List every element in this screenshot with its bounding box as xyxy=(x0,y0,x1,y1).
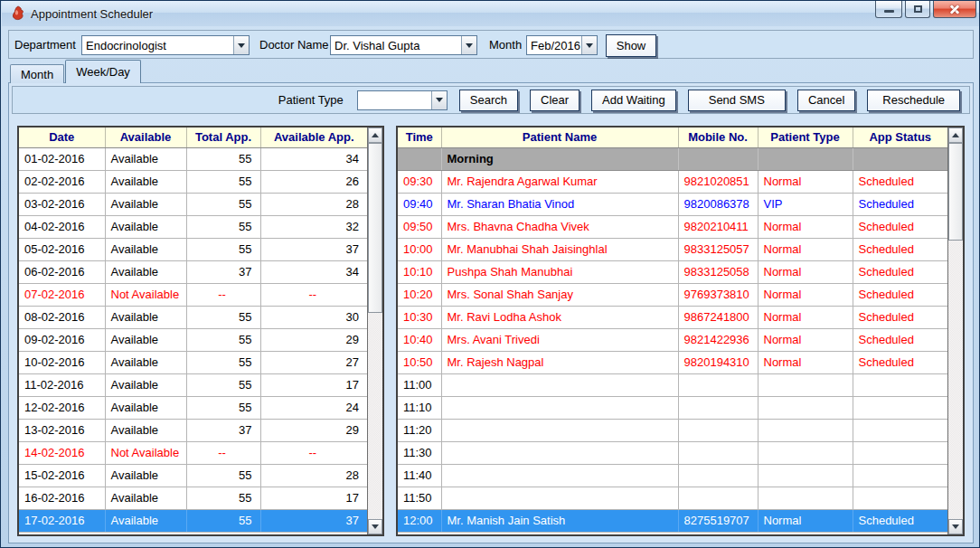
column-header-available[interactable]: Available xyxy=(105,128,186,147)
search-button[interactable]: Search xyxy=(459,90,518,111)
cell-mobile: 9820194310 xyxy=(678,351,758,373)
cell-mobile xyxy=(678,373,758,396)
chevron-down-icon[interactable] xyxy=(431,91,447,109)
table-row[interactable]: 10:30Mr. Ravi Lodha Ashok9867241800Norma… xyxy=(398,306,947,328)
appointments-scrollbar[interactable] xyxy=(947,128,963,534)
table-row[interactable]: 05-02-2016Available5537 xyxy=(19,238,367,260)
column-header-total-app[interactable]: Total App. xyxy=(186,128,260,147)
table-row[interactable]: 10:20Mrs. Sonal Shah Sanjay9769373810Nor… xyxy=(398,283,947,306)
table-row[interactable]: 03-02-2016Available5528 xyxy=(19,193,367,215)
scroll-up-icon[interactable] xyxy=(948,128,963,143)
department-combobox[interactable]: Endocrinologist xyxy=(81,35,250,55)
table-row[interactable]: 10-02-2016Available5527 xyxy=(19,351,367,373)
table-row[interactable]: 10:00Mr. Manubhai Shah Jaisinghlal983312… xyxy=(398,238,947,260)
column-header-time[interactable]: Time xyxy=(398,128,441,147)
tab-week-day[interactable]: Week/Day xyxy=(65,60,141,83)
cell-name: Mr. Rajendra Agarwal Kumar xyxy=(441,170,678,193)
table-row[interactable]: 04-02-2016Available5532 xyxy=(19,215,367,238)
table-row[interactable]: 09:40Mr. Sharan Bhatia Vinod9820086378VI… xyxy=(398,193,947,215)
column-header-patient-name[interactable]: Patient Name xyxy=(441,128,678,147)
column-header-date[interactable]: Date xyxy=(19,128,105,147)
availability-scrollbar[interactable] xyxy=(367,128,382,534)
table-row[interactable]: 06-02-2016Available3734 xyxy=(19,260,367,283)
table-row[interactable]: 08-02-2016Available5530 xyxy=(19,306,367,328)
table-row[interactable]: 11:30 xyxy=(398,441,947,464)
table-row[interactable]: 13-02-2016Available3729 xyxy=(19,419,367,441)
table-row[interactable]: 07-02-2016Not Available---- xyxy=(19,283,367,306)
table-row[interactable]: 01-02-2016Available5534 xyxy=(19,147,367,170)
table-row[interactable]: 11:50 xyxy=(398,487,947,509)
table-row[interactable]: 15-02-2016Available5528 xyxy=(19,464,367,487)
scroll-up-icon[interactable] xyxy=(368,128,382,143)
table-row[interactable]: 11:10 xyxy=(398,396,947,419)
cell-name xyxy=(441,441,678,464)
cell-status: Scheduled xyxy=(853,351,947,373)
doctor-name-combobox[interactable]: Dr. Vishal Gupta xyxy=(330,35,477,55)
cell-mobile: 9821422936 xyxy=(678,328,758,351)
cancel-button[interactable]: Cancel xyxy=(797,90,855,111)
minimize-button[interactable] xyxy=(875,1,902,18)
cell-name: Pushpa Shah Manubhai xyxy=(441,260,678,283)
scrollbar-thumb[interactable] xyxy=(948,143,963,241)
column-header-app-status[interactable]: App Status xyxy=(853,128,947,147)
action-toolbar: Patient Type Search Clear Add Waiting Se… xyxy=(12,86,970,114)
table-row[interactable]: 11:00 xyxy=(398,373,947,396)
cell-total: 55 xyxy=(186,373,260,396)
cell-status xyxy=(853,464,947,487)
cell-name xyxy=(441,487,678,509)
close-button[interactable] xyxy=(933,1,976,18)
reschedule-button[interactable]: Reschedule xyxy=(867,90,960,111)
chevron-down-icon[interactable] xyxy=(581,36,597,54)
cell-total: 55 xyxy=(186,487,260,509)
month-combobox[interactable]: Feb/2016 xyxy=(526,35,598,55)
patient-type-combobox[interactable] xyxy=(357,90,448,110)
table-row[interactable]: 09-02-2016Available5529 xyxy=(19,328,367,351)
table-row[interactable]: 12-02-2016Available5524 xyxy=(19,396,367,419)
department-label: Department xyxy=(14,38,76,52)
table-row[interactable]: 10:50Mr. Rajesh Nagpal9820194310NormalSc… xyxy=(398,351,947,373)
show-button[interactable]: Show xyxy=(606,34,656,57)
scroll-down-icon[interactable] xyxy=(948,519,963,534)
table-row[interactable]: 10:10Pushpa Shah Manubhai9833125058Norma… xyxy=(398,260,947,283)
column-header-available-app[interactable]: Available App. xyxy=(260,128,367,147)
cell-name: Mr. Manubhai Shah Jaisinghlal xyxy=(441,238,678,260)
column-header-mobile-no[interactable]: Mobile No. xyxy=(678,128,758,147)
column-header-patient-type[interactable]: Patient Type xyxy=(758,128,853,147)
chevron-down-icon[interactable] xyxy=(461,36,476,54)
clear-button[interactable]: Clear xyxy=(530,90,580,111)
table-row[interactable]: 11:40 xyxy=(398,464,947,487)
table-row[interactable]: 12:00Mr. Manish Jain Satish8275519707Nor… xyxy=(398,509,947,532)
table-row[interactable]: 11:20 xyxy=(398,419,947,441)
scroll-down-icon[interactable] xyxy=(368,519,382,534)
cell-mobile: 9833125057 xyxy=(678,238,758,260)
tab-month[interactable]: Month xyxy=(10,64,64,83)
maximize-button[interactable] xyxy=(905,1,930,18)
cell-avail_app: 27 xyxy=(260,351,367,373)
cell-total: 55 xyxy=(186,464,260,487)
title-bar: Appointment Scheduler xyxy=(2,1,980,26)
chevron-down-icon[interactable] xyxy=(233,36,249,54)
send-sms-button[interactable]: Send SMS xyxy=(688,90,786,111)
cell-time: 09:40 xyxy=(398,193,441,215)
cell-status: Scheduled xyxy=(853,306,947,328)
cell-available: Available xyxy=(105,396,186,419)
minimize-icon xyxy=(884,10,894,13)
cell-mobile: 9769373810 xyxy=(678,283,758,306)
cell-time: 11:50 xyxy=(398,487,441,509)
table-row[interactable]: 11-02-2016Available5517 xyxy=(19,373,367,396)
table-row[interactable]: 02-02-2016Available5526 xyxy=(19,170,367,193)
cell-date: 14-02-2016 xyxy=(19,441,105,464)
table-row[interactable]: Morning xyxy=(398,147,947,170)
table-row[interactable]: 14-02-2016Not Available---- xyxy=(19,441,367,464)
table-row[interactable]: 17-02-2016Available5537 xyxy=(19,509,367,532)
cell-time: 10:50 xyxy=(398,351,441,373)
table-row[interactable]: 09:50Mrs. Bhavna Chadha Vivek9820210411N… xyxy=(398,215,947,238)
cell-name xyxy=(441,464,678,487)
table-row[interactable]: 09:30Mr. Rajendra Agarwal Kumar982102085… xyxy=(398,170,947,193)
table-row[interactable]: 16-02-2016Available5517 xyxy=(19,487,367,509)
cell-date: 15-02-2016 xyxy=(19,464,105,487)
add-waiting-button[interactable]: Add Waiting xyxy=(591,90,676,111)
cell-date: 04-02-2016 xyxy=(19,215,105,238)
table-row[interactable]: 10:40Mrs. Avani Trivedi9821422936NormalS… xyxy=(398,328,947,351)
scrollbar-thumb[interactable] xyxy=(368,143,382,313)
